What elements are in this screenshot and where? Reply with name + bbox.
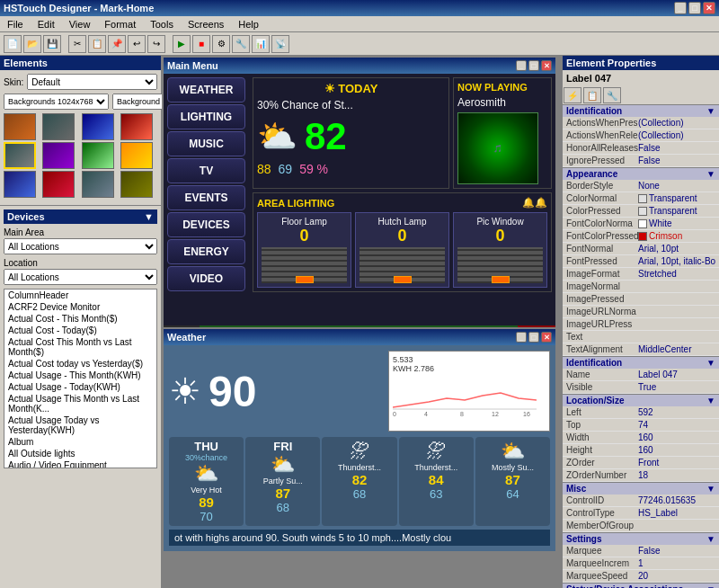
skin-select[interactable]: Default	[27, 74, 157, 90]
minimize-button[interactable]: _	[674, 2, 687, 14]
bg-select1[interactable]: Backgrounds 1024x768	[4, 94, 109, 110]
thumbnail-2[interactable]	[42, 113, 75, 140]
menu-devices[interactable]: DEVICES	[167, 212, 245, 237]
bg-row1: Backgrounds 1024x768 Backgrounds 500x20 …	[4, 94, 157, 110]
toolbar-undo[interactable]: ↩	[128, 35, 146, 53]
menu-weather[interactable]: WEATHER	[167, 77, 245, 102]
menu-music[interactable]: MUSIC	[167, 131, 245, 156]
weather-content: ☀ 90 5.533 KWH 2.786 0 4 8 12 1	[164, 345, 555, 551]
weather-minimize[interactable]: _	[516, 332, 527, 343]
device-cost-vs-yesterday[interactable]: Actual Cost today vs Yesterday($)	[4, 358, 156, 370]
artist-name: Aerosmith	[457, 96, 547, 109]
toolbar-copy[interactable]: 📋	[88, 35, 106, 53]
menu-video[interactable]: VIDEO	[167, 266, 245, 291]
device-cost-today[interactable]: Actual Cost - Today($)	[4, 325, 156, 336]
device-usage-today[interactable]: Actual Usage - Today(KWH)	[4, 381, 156, 393]
toolbar-new[interactable]: 📄	[4, 35, 22, 53]
props-tab-2[interactable]: 📋	[583, 87, 601, 103]
device-cost-month[interactable]: Actual Cost - This Month($)	[4, 313, 156, 325]
toolbar-stop[interactable]: ■	[192, 35, 210, 53]
location-header[interactable]: Location/Size ▼	[563, 395, 719, 406]
weather-close[interactable]: ✕	[541, 332, 552, 343]
menu-file[interactable]: File	[4, 18, 27, 31]
toolbar-btn1[interactable]: ⚙	[212, 35, 230, 53]
device-usage-vs-yesterday[interactable]: Actual Usage Today vs Yesterday(KWH)	[4, 414, 156, 436]
status-header[interactable]: Status/Device Associations ▼	[563, 584, 719, 588]
thumbnail-7[interactable]	[82, 142, 114, 169]
device-cost-vs-last[interactable]: Actual Cost This Month vs Last Month($)	[4, 336, 156, 358]
toolbar-redo[interactable]: ↪	[147, 35, 165, 53]
menu-edit[interactable]: Edit	[34, 18, 58, 31]
menu-energy[interactable]: ENERGY	[167, 239, 245, 264]
weather-window: Weather _ □ ✕ ☀ 90 5.533 KWH 2.786	[162, 327, 557, 553]
main-area-select[interactable]: All Locations	[4, 238, 157, 254]
thumbnail-8[interactable]	[120, 142, 153, 169]
thumbnail-3[interactable]	[82, 113, 114, 140]
toolbar-paste[interactable]: 📌	[108, 35, 126, 53]
prop-ignore-pressed: IgnorePressed False	[563, 155, 719, 167]
toolbar-btn3[interactable]: 📊	[252, 35, 270, 53]
menu-view[interactable]: View	[66, 18, 94, 31]
prop-imageurl-normal: ImageURLNorma	[563, 306, 719, 318]
pic-window-slider[interactable]	[457, 247, 543, 283]
window-controls[interactable]: _ □ ✕	[674, 2, 715, 14]
menu-tv[interactable]: TV	[167, 158, 245, 183]
maximize-button[interactable]: □	[688, 2, 701, 14]
main-menu-maximize[interactable]: □	[528, 60, 539, 71]
location-select[interactable]: All Locations	[4, 269, 157, 285]
prop-height: Height 160	[563, 444, 719, 457]
main-menu-close[interactable]: ✕	[541, 60, 552, 71]
device-album[interactable]: Album	[4, 436, 156, 448]
bell-icons: 🔔🔔	[522, 197, 547, 209]
prop-color-normal: ColorNormal Transparent	[563, 192, 719, 205]
thumbnail-6[interactable]	[42, 142, 75, 169]
toolbar-open[interactable]: 📂	[23, 35, 41, 53]
device-acrf2[interactable]: ACRF2 Device Monitor	[4, 301, 156, 313]
device-usage-vs-last[interactable]: Actual Usage This Month vs Last Month(K.…	[4, 393, 156, 414]
thumbnail-10[interactable]	[42, 171, 75, 198]
toolbar-btn4[interactable]: 📡	[271, 35, 289, 53]
close-button[interactable]: ✕	[703, 2, 715, 14]
energy-chart: 0 4 8 12 16	[393, 373, 537, 418]
settings-header[interactable]: Settings ▼	[563, 533, 719, 545]
hutch-lamp-handle[interactable]	[394, 276, 412, 283]
top-panels: ☀ TODAY 30% Chance of St... ⛅ 82 88 69 5…	[253, 77, 552, 189]
hutch-lamp-slider[interactable]	[360, 247, 445, 283]
weather-controls[interactable]: _ □ ✕	[516, 332, 552, 343]
device-usage-month[interactable]: Actual Usage - This Month(KWH)	[4, 370, 156, 381]
floor-lamp-handle[interactable]	[296, 276, 314, 283]
main-menu-minimize[interactable]: _	[516, 60, 527, 71]
appearance-header[interactable]: Appearance ▼	[563, 168, 719, 180]
toolbar-save[interactable]: 💾	[43, 35, 61, 53]
menu-events[interactable]: EVENTS	[167, 185, 245, 210]
props-element-label: Label 047	[563, 70, 719, 86]
menu-help[interactable]: Help	[235, 18, 262, 31]
misc-header[interactable]: Misc ▼	[563, 483, 719, 494]
thumbnail-1[interactable]	[4, 113, 36, 140]
weather-maximize[interactable]: □	[528, 332, 539, 343]
pic-window-handle[interactable]	[492, 276, 510, 283]
identification-header[interactable]: Identification ▼	[563, 105, 719, 117]
menu-lighting[interactable]: LIGHTING	[167, 104, 245, 129]
settings-section: Settings ▼ Marquee False MarqueeIncrem 1…	[563, 532, 719, 583]
thumbnail-11[interactable]	[82, 171, 114, 198]
thumbnail-4[interactable]	[120, 113, 153, 140]
props-tab-1[interactable]: ⚡	[564, 87, 581, 103]
toolbar-cut[interactable]: ✂	[68, 35, 86, 53]
thumbnail-9[interactable]	[4, 171, 36, 198]
device-columnheader[interactable]: ColumnHeader	[4, 290, 156, 301]
device-outside-lights[interactable]: All Outside lights	[4, 448, 156, 459]
thumbnail-5[interactable]	[4, 142, 36, 169]
menu-format[interactable]: Format	[101, 18, 139, 31]
toolbar-play[interactable]: ▶	[173, 35, 191, 53]
thumbnail-12[interactable]	[120, 171, 153, 198]
floor-lamp-slider[interactable]	[262, 247, 347, 283]
area-lighting-panel: AREA LIGHTING 🔔🔔 Floor Lamp 0	[253, 192, 552, 292]
props-tab-3[interactable]: 🔧	[603, 87, 621, 103]
main-menu-controls[interactable]: _ □ ✕	[516, 60, 552, 71]
device-av-equipment[interactable]: Audio / Video Equipment	[4, 459, 156, 468]
identification2-header[interactable]: Identification ▼	[563, 357, 719, 369]
toolbar-btn2[interactable]: 🔧	[232, 35, 250, 53]
menu-screens[interactable]: Screens	[184, 18, 227, 31]
menu-tools[interactable]: Tools	[146, 18, 177, 31]
